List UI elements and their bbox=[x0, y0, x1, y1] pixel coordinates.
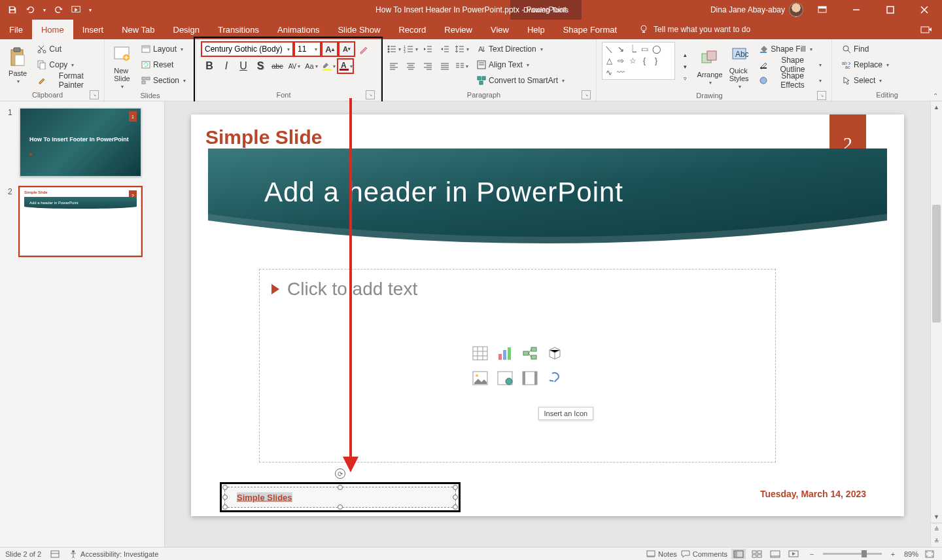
resize-handle[interactable] bbox=[222, 495, 228, 500]
drawing-launcher[interactable] bbox=[817, 91, 826, 100]
tab-slideshow[interactable]: Slide Show bbox=[328, 20, 389, 39]
increase-indent-icon[interactable] bbox=[437, 42, 453, 56]
convert-smartart-button[interactable]: Convert to SmartArt▾ bbox=[472, 73, 569, 88]
insert-chart-icon[interactable] bbox=[495, 343, 515, 364]
tab-transitions[interactable]: Transitions bbox=[209, 20, 268, 39]
insert-3dmodel-icon[interactable] bbox=[544, 343, 565, 364]
undo-more-icon[interactable]: ▾ bbox=[41, 1, 48, 18]
new-slide-button[interactable]: New Slide▾ bbox=[110, 42, 134, 91]
font-name-select[interactable]: Century Gothic (Body)▾ bbox=[201, 42, 293, 56]
slide[interactable]: Simple Slide 2 Add a header in PowerPoin… bbox=[191, 114, 904, 516]
align-center-icon[interactable] bbox=[403, 59, 419, 73]
shape-outline-button[interactable]: Shape Outline▾ bbox=[754, 58, 826, 72]
font-color-icon[interactable]: A▾ bbox=[338, 59, 353, 73]
share-button[interactable] bbox=[911, 20, 942, 39]
user-avatar[interactable] bbox=[789, 3, 803, 17]
select-button[interactable]: Select▾ bbox=[837, 73, 937, 88]
normal-view-icon[interactable] bbox=[731, 549, 746, 559]
resize-handle[interactable] bbox=[453, 485, 458, 490]
clear-formatting-icon[interactable] bbox=[356, 42, 372, 56]
strikethrough-icon[interactable]: abc bbox=[270, 59, 285, 73]
shapes-gallery[interactable]: ＼ ↘ ⎿ ▭ ◯ △ ⇨ ☆ { } ∿ 〰 bbox=[602, 42, 675, 80]
insert-online-picture-icon[interactable] bbox=[495, 368, 515, 389]
highlight-color-icon[interactable]: ▾ bbox=[321, 59, 336, 73]
insert-video-icon[interactable] bbox=[519, 368, 540, 389]
tab-record[interactable]: Record bbox=[389, 20, 435, 39]
quick-styles-button[interactable]: Abc Quick Styles▾ bbox=[726, 42, 752, 91]
char-spacing-icon[interactable]: AV▾ bbox=[287, 59, 302, 73]
bold-icon[interactable]: B bbox=[201, 59, 217, 73]
shadow-icon[interactable]: S bbox=[253, 59, 268, 73]
insert-table-icon[interactable] bbox=[470, 343, 491, 364]
zoom-level[interactable]: 89% bbox=[904, 550, 918, 558]
tab-file[interactable]: File bbox=[0, 20, 32, 39]
insert-icon-icon[interactable] bbox=[544, 368, 565, 389]
cut-button[interactable]: Cut bbox=[33, 42, 99, 56]
minimize-icon[interactable] bbox=[841, 0, 871, 20]
change-case-icon[interactable]: Aa▾ bbox=[304, 59, 319, 73]
layout-button[interactable]: Layout▾ bbox=[137, 42, 190, 56]
numbering-icon[interactable]: 123▾ bbox=[403, 42, 419, 56]
tell-me-search[interactable]: Tell me what you want to do bbox=[639, 20, 750, 39]
align-right-icon[interactable] bbox=[420, 59, 436, 73]
zoom-slider[interactable] bbox=[823, 553, 882, 555]
bullets-icon[interactable]: ▾ bbox=[386, 42, 402, 56]
rotate-handle-icon[interactable]: ⟳ bbox=[335, 468, 345, 479]
insert-picture-icon[interactable] bbox=[470, 368, 491, 389]
gallery-scroll-down-icon[interactable]: ▾ bbox=[678, 61, 693, 73]
collapse-ribbon-icon[interactable]: ⌃ bbox=[933, 92, 938, 99]
footer-textbox[interactable]: Simple Slides bbox=[224, 487, 456, 508]
italic-icon[interactable]: I bbox=[218, 59, 234, 73]
resize-handle[interactable] bbox=[453, 504, 458, 510]
comments-button[interactable]: Comments bbox=[681, 550, 727, 558]
align-text-button[interactable]: Align Text▾ bbox=[472, 58, 569, 72]
paste-button[interactable]: Paste ▾ bbox=[5, 42, 30, 88]
reset-button[interactable]: Reset bbox=[137, 58, 190, 72]
tab-insert[interactable]: Insert bbox=[73, 20, 113, 39]
clipboard-launcher[interactable] bbox=[90, 90, 99, 99]
close-icon[interactable] bbox=[909, 0, 939, 20]
decrease-font-icon[interactable]: A▾ bbox=[339, 42, 355, 56]
copy-button[interactable]: Copy▾ bbox=[33, 58, 99, 72]
tab-newtab[interactable]: New Tab bbox=[113, 20, 164, 39]
footer-text[interactable]: Simple Slides bbox=[237, 493, 292, 502]
shape-effects-button[interactable]: Shape Effects▾ bbox=[754, 73, 826, 88]
maximize-icon[interactable] bbox=[875, 0, 905, 20]
shape-fill-button[interactable]: Shape Fill▾ bbox=[754, 42, 826, 56]
content-placeholder[interactable]: Click to add text Insert an Icon bbox=[259, 269, 776, 463]
insert-smartart-icon[interactable] bbox=[519, 343, 540, 364]
save-icon[interactable] bbox=[4, 1, 21, 18]
font-launcher[interactable] bbox=[366, 90, 375, 99]
reading-view-icon[interactable] bbox=[768, 549, 782, 559]
next-slide-icon[interactable]: ≚ bbox=[931, 535, 942, 547]
gallery-scroll-up-icon[interactable]: ▴ bbox=[678, 49, 693, 61]
align-left-icon[interactable] bbox=[386, 59, 402, 73]
scroll-track[interactable] bbox=[931, 113, 942, 511]
justify-icon[interactable] bbox=[437, 59, 453, 73]
find-button[interactable]: Find bbox=[837, 42, 937, 56]
scroll-thumb[interactable] bbox=[932, 205, 941, 323]
format-painter-button[interactable]: Format Painter bbox=[33, 73, 99, 88]
line-spacing-icon[interactable]: ▾ bbox=[454, 42, 470, 56]
resize-handle[interactable] bbox=[222, 504, 228, 510]
section-button[interactable]: Section▾ bbox=[137, 73, 190, 88]
accessibility-status[interactable]: Accessibility: Investigate bbox=[69, 550, 158, 559]
tab-home[interactable]: Home bbox=[32, 20, 73, 39]
notes-button[interactable]: Notes bbox=[646, 550, 677, 558]
thumbnail-slide-1[interactable]: 1 How To Insert Footer In PowerPoint bbox=[20, 108, 141, 177]
tab-review[interactable]: Review bbox=[435, 20, 481, 39]
gallery-more-icon[interactable]: ▿ bbox=[678, 73, 693, 84]
prev-slide-icon[interactable]: ≙ bbox=[931, 523, 942, 535]
resize-handle[interactable] bbox=[222, 485, 228, 490]
decrease-indent-icon[interactable] bbox=[420, 42, 436, 56]
columns-icon[interactable]: ▾ bbox=[454, 59, 470, 73]
tab-design[interactable]: Design bbox=[164, 20, 209, 39]
zoom-thumb[interactable] bbox=[862, 550, 867, 557]
replace-button[interactable]: abacReplace▾ bbox=[837, 58, 937, 72]
scroll-down-icon[interactable]: ▼ bbox=[931, 511, 942, 523]
vertical-scrollbar[interactable]: ▲ ▼ ≙ ≚ bbox=[930, 101, 942, 547]
text-direction-button[interactable]: AText Direction▾ bbox=[472, 42, 569, 56]
tab-animations[interactable]: Animations bbox=[268, 20, 328, 39]
start-from-beginning-icon[interactable] bbox=[68, 1, 85, 18]
qat-more-icon[interactable]: ▾ bbox=[86, 1, 94, 18]
